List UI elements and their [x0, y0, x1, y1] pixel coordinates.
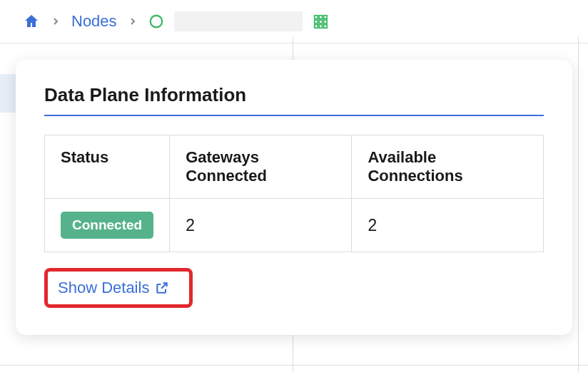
cell-gateways: 2	[170, 199, 352, 252]
col-header-available: Available Connections	[352, 135, 544, 199]
chevron-right-icon	[127, 16, 138, 27]
breadcrumb: Nodes	[0, 0, 588, 43]
svg-rect-1	[314, 16, 318, 19]
home-icon[interactable]	[23, 13, 40, 30]
grid-icon[interactable]	[313, 14, 328, 29]
background-side-border	[578, 37, 588, 372]
status-circle-icon	[148, 14, 164, 29]
background-left-accent	[0, 74, 16, 113]
svg-rect-2	[319, 16, 323, 19]
data-plane-table: Status Gateways Connected Available Conn…	[44, 135, 544, 252]
show-details-link[interactable]: Show Details	[58, 279, 169, 297]
svg-rect-4	[314, 20, 318, 24]
col-header-status: Status	[45, 135, 170, 199]
svg-rect-7	[314, 25, 318, 29]
cell-available: 2	[352, 199, 544, 252]
show-details-label: Show Details	[58, 279, 149, 297]
svg-rect-3	[323, 16, 327, 19]
table-row: Connected 2 2	[45, 199, 544, 252]
breadcrumb-nodes-link[interactable]: Nodes	[71, 12, 117, 31]
svg-rect-9	[323, 25, 327, 29]
cell-status: Connected	[45, 199, 170, 252]
svg-rect-8	[319, 25, 323, 29]
data-plane-card: Data Plane Information Status Gateways C…	[16, 60, 572, 335]
svg-rect-6	[323, 20, 327, 24]
chevron-right-icon	[50, 16, 61, 27]
external-link-icon	[155, 281, 169, 295]
svg-point-0	[150, 16, 162, 28]
node-name-redacted	[174, 11, 303, 31]
status-badge: Connected	[61, 212, 153, 239]
background-divider-horizontal	[0, 365, 588, 366]
card-title: Data Plane Information	[44, 84, 544, 116]
show-details-highlight: Show Details	[44, 268, 193, 308]
col-header-gateways: Gateways Connected	[170, 135, 352, 199]
svg-rect-5	[319, 20, 323, 24]
